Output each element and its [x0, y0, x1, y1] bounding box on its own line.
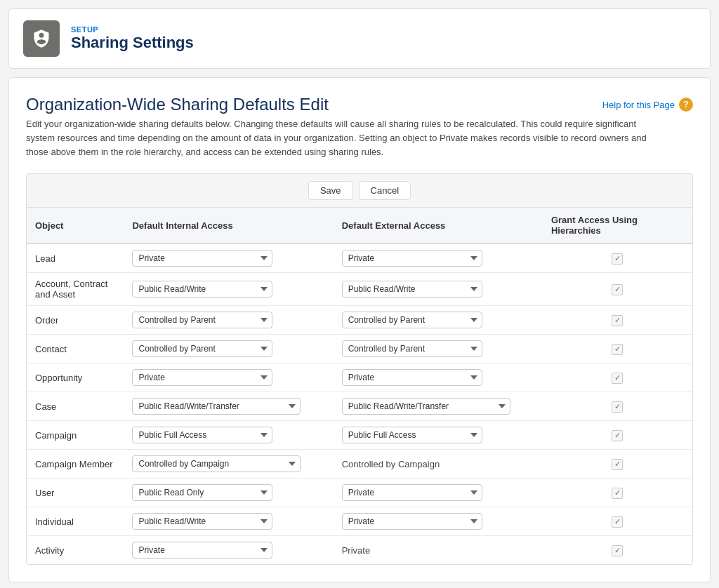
internal-access-select[interactable]: PrivatePublic Read OnlyPublic Read/Write [132, 369, 272, 386]
external-access-select[interactable]: Controlled by ParentPrivatePublic Read O… [342, 312, 482, 328]
internal-access-select[interactable]: Controlled by ParentPrivatePublic Read O… [132, 312, 272, 328]
external-access-cell[interactable]: PrivatePublic Read OnlyPublic Read/Write [334, 243, 543, 273]
table-row: CasePrivatePublic Read OnlyPublic Read/W… [27, 392, 692, 421]
external-access-cell[interactable]: PrivatePublic Read Only [334, 507, 543, 536]
table-row: OpportunityPrivatePublic Read OnlyPublic… [27, 363, 692, 392]
internal-access-select[interactable]: PrivatePublic Read OnlyPublic Read/Write [132, 281, 272, 298]
object-cell: Activity [27, 536, 124, 565]
hierarchy-cell [543, 536, 692, 565]
internal-access-cell[interactable]: PrivatePublic Read OnlyPublic Read/Write [124, 273, 333, 306]
hierarchy-checkbox [612, 253, 623, 265]
external-access-cell[interactable]: PrivatePublic Read Only [334, 479, 543, 507]
hierarchy-cell [543, 392, 692, 421]
hierarchy-checkbox [612, 401, 623, 413]
hierarchy-checkbox [612, 284, 623, 295]
save-button[interactable]: Save [308, 181, 353, 200]
object-cell: Case [27, 392, 124, 421]
col-header-hierarchy: Grant Access Using Hierarchies [543, 208, 692, 243]
external-access-static: Controlled by Campaign [342, 459, 440, 469]
hierarchy-checkbox [612, 373, 623, 384]
header-icon-box [23, 20, 60, 57]
hierarchy-checkbox [612, 344, 623, 355]
hierarchy-cell [543, 507, 692, 536]
external-access-select[interactable]: PrivatePublic Read Only [342, 484, 482, 501]
external-access-cell[interactable]: PrivatePublic Read OnlyPublic Read/Write… [334, 421, 543, 450]
hierarchy-cell [543, 479, 692, 507]
hierarchy-cell [543, 335, 692, 363]
external-access-cell[interactable]: Controlled by ParentPrivatePublic Read O… [334, 335, 543, 363]
help-icon: ? [679, 98, 693, 112]
internal-access-select[interactable]: PrivatePublic Read OnlyPublic Read/Write… [132, 398, 301, 415]
table-row: LeadPrivatePublic Read OnlyPublic Read/W… [27, 243, 692, 273]
col-header-object: Object [27, 208, 124, 243]
internal-access-select[interactable]: Controlled by Campaign [132, 455, 301, 472]
hierarchy-cell [543, 421, 692, 450]
col-header-internal: Default Internal Access [124, 208, 333, 243]
external-access-cell[interactable]: PrivatePublic Read OnlyPublic Read/Write… [334, 392, 543, 421]
hierarchy-checkbox [612, 545, 623, 556]
internal-access-cell[interactable]: PrivatePublic Read OnlyPublic Read/Write… [124, 392, 333, 421]
table-row: UserPublic Read OnlyPrivatePrivatePublic… [27, 479, 692, 507]
external-access-select[interactable]: PrivatePublic Read OnlyPublic Read/Write [342, 250, 482, 267]
col-header-external: Default External Access [334, 208, 543, 243]
external-access-select[interactable]: PrivatePublic Read OnlyPublic Read/Write [342, 369, 482, 386]
internal-access-cell[interactable]: Controlled by ParentPrivatePublic Read O… [124, 306, 333, 335]
object-cell: Campaign Member [27, 450, 124, 479]
external-access-select[interactable]: Controlled by ParentPrivatePublic Read O… [342, 340, 482, 357]
external-access-cell: Private [334, 536, 543, 565]
internal-access-select[interactable]: PrivatePublic Read OnlyPublic Read/Write [132, 542, 272, 559]
sharing-table: Object Default Internal Access Default E… [27, 208, 692, 564]
external-access-cell[interactable]: PrivatePublic Read OnlyPublic Read/Write [334, 363, 543, 392]
external-access-select[interactable]: PrivatePublic Read OnlyPublic Read/Write… [342, 427, 482, 443]
object-cell: Campaign [27, 421, 124, 450]
hierarchy-checkbox [612, 516, 623, 528]
header-text: SETUP Sharing Settings [71, 25, 194, 52]
table-row: Campaign MemberControlled by CampaignCon… [27, 450, 692, 479]
external-access-cell[interactable]: Controlled by ParentPrivatePublic Read O… [334, 306, 543, 335]
internal-access-cell[interactable]: PrivatePublic Read OnlyPublic Read/Write [124, 243, 333, 273]
internal-access-cell[interactable]: PrivatePublic Read OnlyPublic Read/Write [124, 363, 333, 392]
internal-access-cell[interactable]: Controlled by ParentPrivatePublic Read O… [124, 335, 333, 363]
table-row: ActivityPrivatePublic Read OnlyPublic Re… [27, 536, 692, 565]
table-row: IndividualPrivatePublic Read OnlyPublic … [27, 507, 692, 536]
object-cell: Lead [27, 243, 124, 273]
header: SETUP Sharing Settings [8, 8, 711, 69]
internal-access-cell[interactable]: PrivatePublic Read OnlyPublic Read/Write [124, 507, 333, 536]
internal-access-select[interactable]: PrivatePublic Read OnlyPublic Read/Write… [132, 427, 272, 443]
cancel-button[interactable]: Cancel [359, 181, 411, 200]
hierarchy-cell [543, 450, 692, 479]
internal-access-cell[interactable]: PrivatePublic Read OnlyPublic Read/Write [124, 536, 333, 565]
object-cell: Individual [27, 507, 124, 536]
internal-access-cell[interactable]: Public Read OnlyPrivate [124, 479, 333, 507]
table-row: ContactControlled by ParentPrivatePublic… [27, 335, 692, 363]
internal-access-select[interactable]: PrivatePublic Read OnlyPublic Read/Write [132, 513, 272, 530]
hierarchy-checkbox [612, 430, 623, 441]
setup-label: SETUP [71, 25, 194, 34]
hierarchy-checkbox [612, 459, 623, 470]
page-heading: Organization-Wide Sharing Defaults Edit [26, 95, 329, 114]
external-access-select[interactable]: PrivatePublic Read OnlyPublic Read/Write… [342, 398, 510, 415]
hierarchy-cell [543, 363, 692, 392]
object-cell: Opportunity [27, 363, 124, 392]
table-row: Account, Contract and AssetPrivatePublic… [27, 273, 692, 306]
hierarchy-cell [543, 273, 692, 306]
object-cell: Account, Contract and Asset [27, 273, 124, 306]
internal-access-select[interactable]: Public Read OnlyPrivate [132, 484, 272, 501]
internal-access-select[interactable]: PrivatePublic Read OnlyPublic Read/Write [132, 250, 272, 267]
help-link[interactable]: Help for this Page ? [602, 98, 693, 112]
internal-access-select[interactable]: Controlled by ParentPrivatePublic Read O… [132, 340, 272, 357]
object-cell: User [27, 479, 124, 507]
description: Edit your organization-wide sharing defa… [26, 117, 658, 159]
external-access-select[interactable]: PrivatePublic Read Only [342, 513, 482, 530]
external-access-select[interactable]: PrivatePublic Read OnlyPublic Read/Write [342, 281, 482, 298]
internal-access-cell[interactable]: PrivatePublic Read OnlyPublic Read/Write… [124, 421, 333, 450]
external-access-cell[interactable]: PrivatePublic Read OnlyPublic Read/Write [334, 273, 543, 306]
internal-access-cell[interactable]: Controlled by Campaign [124, 450, 333, 479]
table-wrapper: Save Cancel Object Default Internal Acce… [26, 173, 693, 565]
page-title: Sharing Settings [71, 34, 194, 52]
object-cell: Contact [27, 335, 124, 363]
shield-icon [32, 29, 51, 48]
hierarchy-checkbox [612, 315, 623, 326]
hierarchy-cell [543, 306, 692, 335]
help-link-text: Help for this Page [602, 100, 675, 110]
